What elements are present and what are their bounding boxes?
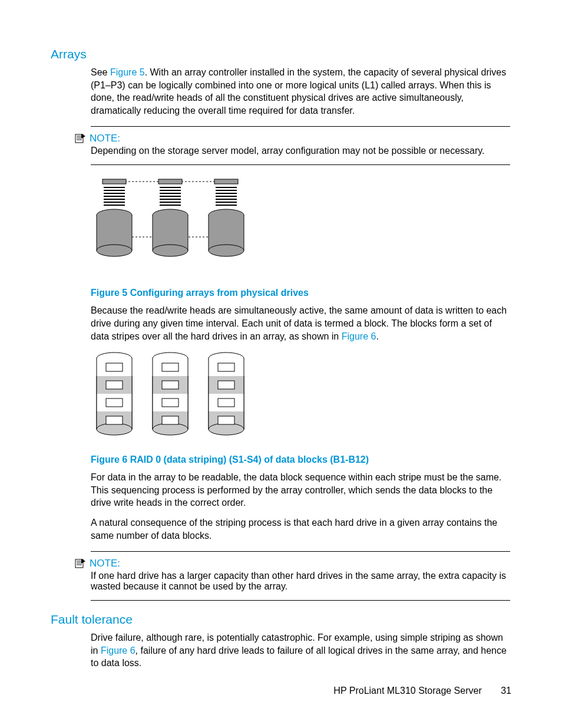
svg-point-44 xyxy=(209,245,244,256)
svg-point-66 xyxy=(153,423,188,435)
link-figure-6[interactable]: Figure 6 xyxy=(342,331,376,341)
note-text: Depending on the storage server model, a… xyxy=(91,146,510,156)
note-block-1: NOTE: Depending on the storage server mo… xyxy=(91,126,510,165)
svg-rect-56 xyxy=(106,381,123,389)
svg-rect-55 xyxy=(106,363,123,371)
page-footer: HP ProLiant ML310 Storage Server 31 xyxy=(333,686,511,696)
svg-rect-72 xyxy=(162,416,178,424)
svg-rect-84 xyxy=(218,381,234,389)
note-label: NOTE: xyxy=(90,133,120,144)
svg-rect-69 xyxy=(162,363,178,371)
figure-5-graphic xyxy=(91,177,256,277)
svg-rect-71 xyxy=(162,398,178,407)
paragraph-after-fig5: Because the read/write heads are simulta… xyxy=(91,304,510,342)
paragraph-readable: For data in the array to be readable, th… xyxy=(91,471,510,509)
svg-rect-58 xyxy=(106,416,123,424)
section-heading-arrays: Arrays xyxy=(51,47,510,61)
note-block-2: NOTE: If one hard drive has a larger cap… xyxy=(91,551,510,601)
svg-rect-32 xyxy=(214,179,238,184)
svg-point-80 xyxy=(209,423,244,435)
text: See xyxy=(91,67,110,77)
note-icon xyxy=(74,558,86,569)
svg-rect-6 xyxy=(103,179,126,184)
svg-point-31 xyxy=(153,245,188,256)
footer-page-number: 31 xyxy=(501,686,511,696)
svg-point-18 xyxy=(97,245,132,256)
text: , failure of any hard drive leads to fai… xyxy=(91,645,507,668)
note-label: NOTE: xyxy=(90,558,120,569)
svg-rect-86 xyxy=(218,416,234,424)
svg-rect-57 xyxy=(106,398,123,407)
note-icon xyxy=(74,133,86,144)
svg-rect-19 xyxy=(158,179,182,184)
note-text: If one hard drive has a larger capacity … xyxy=(91,571,510,592)
text: . With an array controller installed in … xyxy=(91,67,506,116)
paragraph-consequence: A natural consequence of the striping pr… xyxy=(91,516,510,542)
figure-5-caption: Figure 5 Configuring arrays from physica… xyxy=(91,288,510,298)
footer-product: HP ProLiant ML310 Storage Server xyxy=(333,686,481,696)
text: . xyxy=(376,331,378,341)
svg-rect-70 xyxy=(162,381,178,389)
figure-6-graphic xyxy=(91,350,256,444)
paragraph-fault-intro: Drive failure, although rare, is potenti… xyxy=(91,631,510,670)
link-figure-5[interactable]: Figure 5 xyxy=(110,67,145,77)
paragraph-arrays-intro: See Figure 5. With an array controller i… xyxy=(91,66,510,117)
figure-6-caption: Figure 6 RAID 0 (data striping) (S1-S4) … xyxy=(91,454,510,465)
section-heading-fault-tolerance: Fault tolerance xyxy=(51,612,510,627)
svg-rect-83 xyxy=(218,363,234,371)
svg-point-52 xyxy=(97,423,132,435)
text: Because the read/write heads are simulta… xyxy=(91,305,507,341)
svg-rect-85 xyxy=(218,398,234,407)
link-figure-6-b[interactable]: Figure 6 xyxy=(101,645,135,655)
